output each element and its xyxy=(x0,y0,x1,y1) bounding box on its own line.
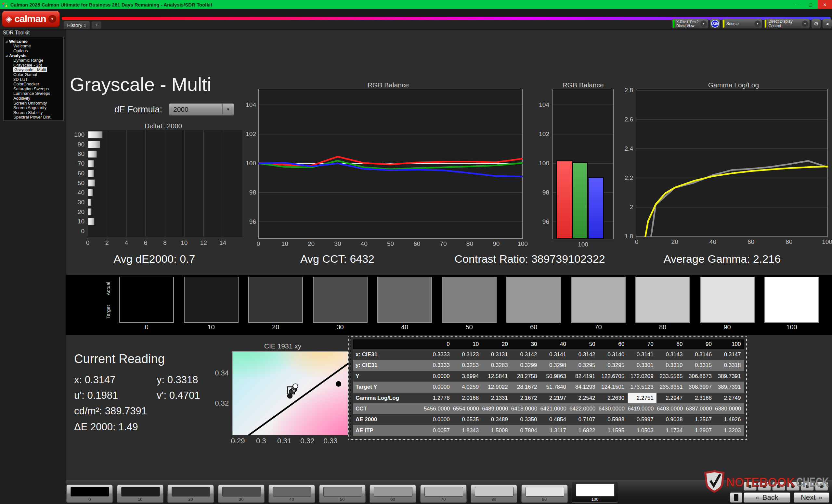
settings-button[interactable]: ⚙ xyxy=(811,19,821,29)
table-cell-cct-100[interactable]: 6380.0000 xyxy=(715,403,744,414)
table-cell-y-cie31-40[interactable]: 0.3298 xyxy=(540,360,569,370)
pattern-level-button-40[interactable]: 40 xyxy=(268,484,315,503)
table-cell-e-itp-30[interactable]: 0.7804 xyxy=(511,425,541,436)
display-control-dropdown[interactable]: Direct Display Control ▼ xyxy=(764,19,810,29)
table-cell-cct-70[interactable]: 6419.0000 xyxy=(628,403,657,414)
table-cell-e-2000-10[interactable]: 0.6535 xyxy=(453,414,482,425)
table-cell-cct-50[interactable]: 6422.0000 xyxy=(569,403,599,414)
sidebar-item-dynamic-range[interactable]: Dynamic Range xyxy=(4,58,63,63)
pattern-level-button-100[interactable]: 100 xyxy=(572,481,618,503)
table-cell-y-cie31-70[interactable]: 0.3301 xyxy=(628,360,657,370)
table-cell-x-cie31-0[interactable]: 0.3333 xyxy=(424,349,453,360)
table-cell-target-y-80[interactable]: 235.3351 xyxy=(657,382,686,392)
table-cell-cct-60[interactable]: 6430.0000 xyxy=(599,403,628,414)
table-cell-cct-80[interactable]: 6403.0000 xyxy=(657,403,686,414)
collapse-panel-button[interactable]: ◀ xyxy=(822,19,832,29)
table-cell-gamma-log-log-100[interactable]: 2.2749 xyxy=(715,393,744,403)
table-cell-target-y-40[interactable]: 51.7840 xyxy=(540,382,569,392)
table-cell-y-cie31-10[interactable]: 0.3253 xyxy=(453,360,482,370)
table-cell-gamma-log-log-20[interactable]: 2.1331 xyxy=(482,393,511,403)
table-cell-e-itp-0[interactable]: 0.0057 xyxy=(424,425,453,436)
sidebar-item-additivity[interactable]: Additivity xyxy=(4,96,63,101)
sidebar-group-analysis[interactable]: ◢Analysis xyxy=(4,53,63,58)
table-cell-cct-40[interactable]: 6421.0000 xyxy=(540,403,569,414)
pattern-level-button-90[interactable]: 90 xyxy=(521,484,568,503)
table-cell-e-2000-20[interactable]: 0.3489 xyxy=(482,414,511,425)
table-cell-e-itp-70[interactable]: 1.0503 xyxy=(628,425,657,436)
sidebar-item-saturation-sweeps[interactable]: Saturation Sweeps xyxy=(4,86,63,91)
maximize-button[interactable]: ▢ xyxy=(803,0,818,9)
table-cell-e-2000-40[interactable]: 0.4854 xyxy=(540,414,569,425)
meter-dropdown[interactable]: X-Rite i1Pro 2Direct View ▼ xyxy=(672,19,708,29)
minimize-button[interactable]: — xyxy=(789,0,803,9)
table-cell-y-cie31-20[interactable]: 0.3283 xyxy=(482,360,511,370)
table-cell-e-itp-50[interactable]: 1.6822 xyxy=(569,425,599,436)
table-cell-gamma-log-log-50[interactable]: 2.2542 xyxy=(569,393,599,403)
table-cell-target-y-90[interactable]: 308.3997 xyxy=(686,382,715,392)
table-cell-cct-20[interactable]: 6489.0000 xyxy=(482,403,511,414)
table-cell-y-60[interactable]: 122.6705 xyxy=(599,371,628,382)
table-cell-gamma-log-log-40[interactable]: 2.2197 xyxy=(540,393,569,403)
table-cell-x-cie31-10[interactable]: 0.3123 xyxy=(453,349,482,360)
table-cell-x-cie31-30[interactable]: 0.3142 xyxy=(511,349,541,360)
table-cell-x-cie31-80[interactable]: 0.3143 xyxy=(657,349,686,360)
table-cell-target-y-0[interactable]: 0.0000 xyxy=(424,382,453,392)
sidebar-item-grayscale-2pt[interactable]: Grayscale - 2pt xyxy=(4,63,63,67)
source-dropdown[interactable]: Source ▼ xyxy=(722,19,762,29)
table-cell-e-2000-80[interactable]: 0.9038 xyxy=(657,414,686,425)
table-cell-e-2000-50[interactable]: 0.7107 xyxy=(569,414,599,425)
table-cell-y-cie31-30[interactable]: 0.3299 xyxy=(511,360,541,370)
table-cell-y-cie31-60[interactable]: 0.3295 xyxy=(599,360,628,370)
table-cell-gamma-log-log-30[interactable]: 2.1672 xyxy=(511,393,541,403)
table-cell-cct-30[interactable]: 6418.0000 xyxy=(511,403,541,414)
table-cell-y-90[interactable]: 306.8673 xyxy=(686,371,715,382)
table-cell-cct-0[interactable]: 5456.0000 xyxy=(424,403,453,414)
sidebar-item-screen-angularity[interactable]: Screen Angularity xyxy=(4,105,63,110)
table-cell-y-cie31-100[interactable]: 0.3318 xyxy=(715,360,744,370)
table-cell-e-itp-10[interactable]: 1.8343 xyxy=(453,425,482,436)
table-cell-target-y-30[interactable]: 28.1672 xyxy=(511,382,541,392)
table-cell-e-2000-90[interactable]: 1.2567 xyxy=(686,414,715,425)
sidebar-item-grayscale-multi[interactable]: Grayscale - Multi xyxy=(4,67,63,73)
table-cell-e-2000-70[interactable]: 0.5997 xyxy=(628,414,657,425)
table-cell-y-70[interactable]: 172.0209 xyxy=(628,371,657,382)
table-cell-y-40[interactable]: 50.9863 xyxy=(540,371,569,382)
table-cell-x-cie31-100[interactable]: 0.3147 xyxy=(715,349,744,360)
table-cell-e-itp-20[interactable]: 1.5008 xyxy=(482,425,511,436)
close-button[interactable]: ✕ xyxy=(818,0,832,9)
table-cell-y-0[interactable]: 0.0000 xyxy=(424,371,453,382)
table-cell-y-50[interactable]: 82.4191 xyxy=(569,371,599,382)
table-cell-gamma-log-log-0[interactable]: 1.2778 xyxy=(424,393,453,403)
table-cell-x-cie31-40[interactable]: 0.3141 xyxy=(540,349,569,360)
table-cell-target-y-50[interactable]: 84.1293 xyxy=(569,382,599,392)
add-tab-button[interactable]: + xyxy=(92,22,101,29)
table-cell-e-itp-100[interactable]: 1.3203 xyxy=(715,425,744,436)
table-cell-x-cie31-20[interactable]: 0.3131 xyxy=(482,349,511,360)
table-cell-e-itp-80[interactable]: 1.1734 xyxy=(657,425,686,436)
table-cell-y-cie31-0[interactable]: 0.3333 xyxy=(424,360,453,370)
table-cell-e-2000-30[interactable]: 0.3350 xyxy=(511,414,541,425)
pattern-level-button-10[interactable]: 10 xyxy=(117,484,163,503)
de-formula-dropdown[interactable]: 2000 ▼ xyxy=(169,103,234,116)
table-cell-y-30[interactable]: 28.2758 xyxy=(511,371,541,382)
pattern-level-button-20[interactable]: 20 xyxy=(167,484,214,503)
sidebar-item-3d-lut[interactable]: 3D LUT xyxy=(4,77,63,82)
pattern-level-button-50[interactable]: 50 xyxy=(319,484,366,503)
table-cell-e-itp-60[interactable]: 1.1595 xyxy=(599,425,628,436)
table-cell-target-y-20[interactable]: 12.9022 xyxy=(482,382,511,392)
table-cell-y-100[interactable]: 389.7391 xyxy=(715,371,744,382)
table-cell-e-itp-90[interactable]: 1.2907 xyxy=(686,425,715,436)
table-cell-target-y-60[interactable]: 124.1501 xyxy=(599,382,628,392)
next-button[interactable]: Next » xyxy=(794,492,829,503)
table-cell-e-itp-40[interactable]: 1.3117 xyxy=(540,425,569,436)
sidebar-item-spectral-power-dist[interactable]: Spectral Power Dist. xyxy=(4,115,63,120)
table-cell-x-cie31-90[interactable]: 0.3146 xyxy=(686,349,715,360)
table-cell-target-y-70[interactable]: 173.5123 xyxy=(628,382,657,392)
table-cell-y-80[interactable]: 233.5565 xyxy=(657,371,686,382)
sidebar-item-color-gamut[interactable]: Color Gamut xyxy=(4,72,63,77)
tab-history-1[interactable]: History 1 xyxy=(64,21,90,29)
sidebar-item-options[interactable]: Options xyxy=(4,48,63,53)
table-cell-target-y-100[interactable]: 389.7391 xyxy=(715,382,744,392)
pattern-window-button[interactable] xyxy=(730,492,742,503)
back-button[interactable]: « Back xyxy=(744,492,790,503)
